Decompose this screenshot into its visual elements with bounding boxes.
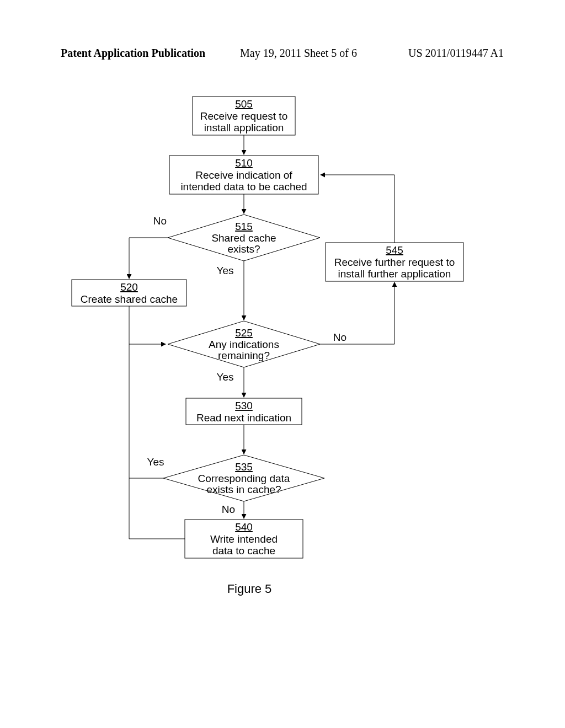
label-no-535: No [222, 504, 235, 515]
svg-text:520: 520 [120, 281, 138, 293]
svg-text:Create shared cache: Create shared cache [81, 293, 178, 305]
label-yes-515: Yes [217, 265, 234, 276]
figure-label: Figure 5 [227, 582, 272, 596]
svg-text:intended data to be cached: intended data to be cached [180, 181, 307, 192]
node-525: 525 Any indications remaining? [168, 321, 320, 367]
svg-text:545: 545 [386, 244, 403, 256]
label-no-525: No [333, 331, 347, 343]
svg-text:Write intended: Write intended [210, 533, 278, 545]
label-yes-535: Yes [147, 456, 164, 468]
svg-text:510: 510 [235, 157, 253, 169]
arrow-520-525 [129, 306, 166, 344]
svg-text:525: 525 [235, 327, 253, 339]
label-yes-525: Yes [217, 371, 234, 383]
arrow-545-510 [321, 175, 395, 243]
svg-text:535: 535 [235, 461, 253, 473]
node-505: 505 Receive request to install applicati… [193, 97, 295, 135]
svg-text:Receive further request to: Receive further request to [334, 256, 455, 268]
svg-text:515: 515 [235, 221, 253, 232]
svg-text:data to cache: data to cache [212, 545, 275, 556]
node-520: 520 Create shared cache [72, 280, 186, 306]
svg-text:Any indications: Any indications [209, 339, 279, 350]
node-510: 510 Receive indication of intended data … [169, 156, 318, 194]
svg-text:exists in cache?: exists in cache? [206, 484, 281, 495]
arrow-540-525-loop [129, 478, 185, 539]
svg-text:540: 540 [235, 521, 253, 533]
node-545: 545 Receive further request to install f… [326, 243, 463, 281]
arrow-515-520 [129, 238, 168, 279]
node-535: 535 Corresponding data exists in cache? [163, 455, 324, 501]
svg-text:Corresponding data: Corresponding data [198, 473, 290, 484]
arrow-525-545 [320, 282, 395, 344]
svg-text:530: 530 [235, 400, 253, 411]
label-no-515: No [153, 215, 167, 227]
svg-text:Shared cache: Shared cache [211, 232, 276, 244]
svg-text:Receive indication of: Receive indication of [195, 169, 292, 181]
node-530: 530 Read next indication [186, 398, 302, 425]
svg-text:install further application: install further application [338, 268, 451, 280]
svg-text:505: 505 [235, 98, 253, 110]
node-540: 540 Write intended data to cache [185, 520, 303, 558]
svg-text:Read next indication: Read next indication [196, 412, 291, 424]
svg-text:exists?: exists? [227, 243, 260, 255]
node-515: 515 Shared cache exists? [168, 215, 320, 261]
svg-text:Receive request to: Receive request to [200, 110, 287, 122]
flowchart: 505 Receive request to install applicati… [0, 0, 565, 728]
svg-text:install application: install application [204, 122, 284, 133]
svg-text:remaining?: remaining? [218, 350, 270, 361]
